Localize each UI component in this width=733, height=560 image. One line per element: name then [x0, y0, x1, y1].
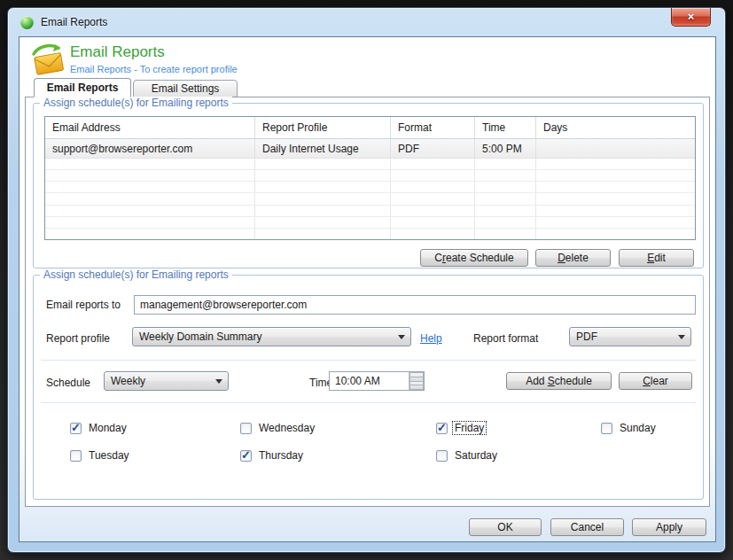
report-profile-label: Report profile	[46, 332, 110, 345]
col-email-address[interactable]: Email Address	[45, 117, 255, 138]
schedules-table-header: Email Address Report Profile Format Time…	[45, 117, 695, 139]
desktop-background: Email Reports × E	[0, 0, 733, 560]
report-format-dropdown[interactable]: PDF	[569, 327, 691, 346]
checkbox-icon: ✓	[240, 423, 252, 434]
dialog-client-area: Email Reports Email Reports - To create …	[19, 36, 716, 542]
report-format-value: PDF	[570, 331, 673, 343]
tab-email-settings[interactable]: Email Settings	[133, 80, 238, 97]
checkbox-icon: ✓	[70, 423, 82, 434]
cell-report-profile: Daily Internet Usage	[255, 139, 391, 158]
schedules-list-group-title: Assign schedule(s) for Emailing reports	[40, 97, 232, 109]
checkbox-icon: ✓	[601, 423, 612, 434]
email-reports-to-input[interactable]	[134, 295, 696, 315]
empty-table-row	[45, 159, 695, 170]
checkbox-monday[interactable]: ✓ Monday	[70, 422, 129, 434]
checkbox-sunday[interactable]: ✓ Sunday	[601, 422, 658, 434]
cell-email-address: support@browsereporter.com	[45, 139, 255, 158]
checkbox-thursday[interactable]: ✓ Thursday	[240, 449, 305, 462]
spin-up-icon[interactable]	[409, 372, 424, 381]
check-icon: ✓	[437, 423, 447, 432]
check-icon: ✓	[71, 423, 81, 432]
cell-format: PDF	[391, 139, 475, 158]
schedule-dropdown[interactable]: Weekly	[104, 371, 229, 391]
tab-email-reports[interactable]: Email Reports	[34, 78, 131, 97]
checkbox-friday[interactable]: ✓ Friday	[436, 422, 486, 434]
close-icon: ×	[688, 10, 695, 23]
checkbox-label: Wednesday	[257, 422, 316, 434]
spin-down-icon[interactable]	[409, 381, 424, 391]
spinner-buttons[interactable]	[409, 372, 424, 390]
col-report-profile[interactable]: Report Profile	[255, 117, 391, 138]
checkbox-icon: ✓	[240, 450, 252, 462]
check-icon: ✓	[241, 450, 251, 460]
checkbox-saturday[interactable]: ✓ Saturday	[436, 449, 499, 462]
schedule-value: Weekly	[105, 375, 210, 387]
help-link[interactable]: Help	[420, 332, 442, 345]
empty-table-row	[45, 182, 695, 193]
page-subtitle: Email Reports - To create report profile	[70, 64, 238, 74]
report-profile-dropdown[interactable]: Weekly Domain Summary	[132, 327, 411, 346]
checkbox-icon: ✓	[70, 450, 82, 462]
email-reports-to-label: Email reports to	[46, 299, 121, 311]
app-globe-icon	[20, 16, 34, 29]
chevron-down-icon	[393, 335, 410, 339]
empty-table-row	[45, 206, 695, 217]
checkbox-label: Thursday	[257, 449, 305, 462]
report-format-label: Report format	[473, 332, 538, 345]
checkbox-label: Saturday	[453, 449, 499, 462]
empty-table-row	[45, 229, 695, 239]
col-time[interactable]: Time	[475, 117, 536, 138]
email-reports-icon	[31, 43, 66, 75]
schedule-editor-group: Assign schedule(s) for Emailing reports …	[33, 275, 704, 500]
checkbox-icon: ✓	[436, 450, 448, 462]
cell-days	[536, 139, 695, 158]
chevron-down-icon	[673, 335, 690, 339]
empty-table-row	[45, 193, 695, 205]
col-days[interactable]: Days	[536, 117, 695, 138]
page-title: Email Reports	[70, 43, 165, 61]
email-reports-dialog: Email Reports × E	[7, 7, 726, 553]
add-schedule-button[interactable]: Add Schedule	[506, 372, 612, 390]
checkbox-label: Sunday	[618, 422, 658, 434]
schedules-table[interactable]: Email Address Report Profile Format Time…	[44, 116, 696, 240]
checkbox-label: Tuesday	[87, 449, 131, 462]
empty-table-row	[45, 170, 695, 182]
table-row[interactable]: support@browsereporter.com Daily Interne…	[45, 139, 695, 159]
time-spinner[interactable]: 10:00 AM	[329, 371, 425, 391]
report-profile-value: Weekly Domain Summary	[133, 331, 393, 343]
cancel-button[interactable]: Cancel	[550, 518, 624, 536]
create-schedule-button[interactable]: Create Schedule	[420, 249, 528, 267]
ok-button[interactable]: OK	[469, 518, 542, 536]
email-reports-tab-page: Assign schedule(s) for Emailing reports …	[25, 97, 710, 507]
section-divider	[41, 360, 696, 361]
checkbox-label: Friday	[453, 422, 486, 434]
close-button[interactable]: ×	[671, 8, 711, 27]
cell-time: 5:00 PM	[475, 139, 536, 158]
schedules-list-group: Assign schedule(s) for Emailing reports …	[33, 103, 704, 268]
schedule-label: Schedule	[46, 377, 90, 389]
clear-button[interactable]: Clear	[619, 372, 692, 390]
checkbox-icon: ✓	[436, 423, 448, 434]
window-title: Email Reports	[41, 16, 107, 28]
apply-button[interactable]: Apply	[632, 518, 706, 536]
col-format[interactable]: Format	[391, 117, 475, 138]
chevron-down-icon	[210, 379, 228, 384]
checkbox-label: Monday	[87, 422, 129, 434]
edit-button[interactable]: Edit	[619, 249, 694, 267]
title-bar[interactable]: Email Reports ×	[8, 8, 725, 36]
checkbox-wednesday[interactable]: ✓ Wednesday	[240, 422, 316, 434]
delete-button[interactable]: Delete	[535, 249, 611, 267]
time-value: 10:00 AM	[330, 372, 409, 390]
section-divider	[41, 402, 696, 403]
empty-table-row	[45, 217, 695, 229]
checkbox-tuesday[interactable]: ✓ Tuesday	[70, 449, 131, 462]
schedule-editor-group-title: Assign schedule(s) for Emailing reports	[40, 268, 232, 281]
